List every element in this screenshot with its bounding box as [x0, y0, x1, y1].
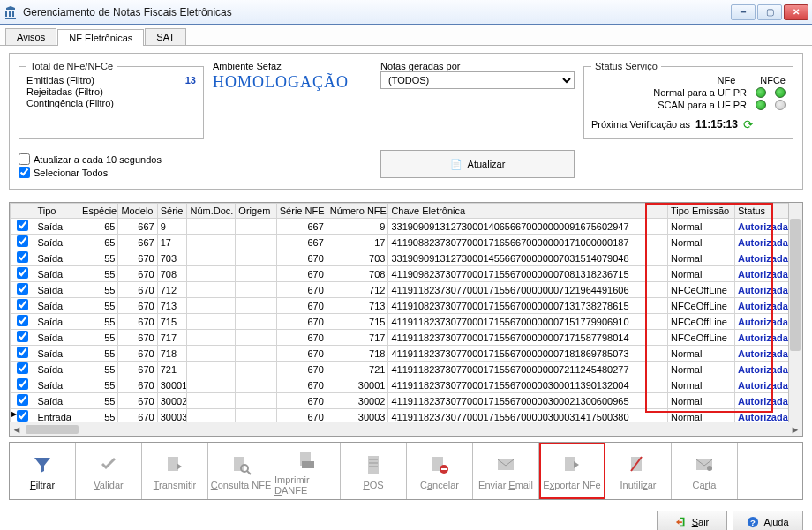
sair-button[interactable]: Sair: [657, 511, 727, 530]
refresh-button[interactable]: 📄 Atualizar: [380, 150, 575, 178]
tool-validar[interactable]: Validar: [76, 443, 142, 499]
row-checkbox[interactable]: [17, 299, 28, 310]
status-legend: Status Serviço: [591, 61, 661, 71]
tab-nf-eletrônicas[interactable]: NF Eletrônicas: [57, 29, 144, 46]
ambiente-label: Ambiente Sefaz: [213, 61, 372, 71]
status-dot-nfce: [775, 87, 786, 98]
close-button[interactable]: ✕: [784, 4, 808, 20]
refresh-icon[interactable]: ⟳: [743, 117, 754, 131]
print-icon: [297, 447, 318, 472]
table-row[interactable]: Saída55670715670715411911823730770001715…: [11, 314, 802, 330]
table-row[interactable]: Saída55670717670717411911823730770001715…: [11, 330, 802, 346]
row-checkbox[interactable]: [17, 331, 28, 342]
tool-label: Cancelar: [420, 480, 459, 490]
auto-refresh-checkbox[interactable]: Atualizar a cada 10 segundos: [19, 153, 372, 165]
table-row[interactable]: Saída55670718670718411911823730770001715…: [11, 346, 802, 362]
col-header[interactable]: Chave Eletrônica: [388, 204, 668, 219]
notas-por-region: Notas geradas por (TODOS): [380, 61, 575, 139]
row-checkbox[interactable]: [17, 235, 28, 247]
horizontal-scrollbar[interactable]: ◄►: [9, 422, 803, 437]
col-header[interactable]: [11, 204, 34, 219]
tool-label: Validar: [94, 480, 123, 490]
table-row[interactable]: Saída65667176671741190882373077000171656…: [11, 235, 802, 250]
maximize-button[interactable]: ▢: [757, 4, 782, 20]
row-checkbox[interactable]: [17, 378, 28, 390]
export-icon: [561, 452, 583, 477]
app-icon: [4, 5, 18, 19]
tool-cancelar[interactable]: Cancelar: [407, 443, 473, 499]
send-icon: [164, 452, 185, 477]
nfe-grid[interactable]: TipoEspécieModeloSérieNúm.Doc.OrigemSéri…: [10, 203, 802, 422]
table-row[interactable]: Saída55670300016703000141191182373077000…: [11, 377, 802, 393]
tool-carta[interactable]: Carta: [672, 443, 738, 499]
document-refresh-icon: 📄: [450, 159, 462, 170]
select-all-checkbox[interactable]: Selecionar Todos: [19, 167, 372, 178]
status-col-nfe: NFe: [717, 75, 735, 86]
table-row[interactable]: Saída55670703670703331909091312730001455…: [11, 250, 802, 266]
svg-line-3: [247, 471, 251, 474]
table-row[interactable]: Saída55670708670708411909823730770001715…: [11, 266, 802, 282]
filter-icon: [32, 452, 53, 477]
row-checkbox[interactable]: [17, 347, 28, 358]
receipt-icon: [363, 452, 384, 477]
table-row[interactable]: Saída55670713670713411910823730770001715…: [11, 298, 802, 314]
svg-rect-1: [234, 457, 244, 471]
tool-exportar[interactable]: Exportar NFe: [539, 443, 605, 499]
sair-rest: air: [698, 517, 709, 527]
tool-transmitir[interactable]: Transmitir: [142, 443, 208, 499]
tool-filtrar[interactable]: Filtrar: [10, 443, 76, 499]
row-checkbox[interactable]: [17, 267, 28, 279]
tool-label: Exportar NFe: [543, 480, 600, 490]
table-row[interactable]: Saída55670712670712411911823730770001715…: [11, 282, 802, 298]
vertical-scrollbar[interactable]: [788, 203, 802, 422]
tool-email[interactable]: Enviar Email: [473, 443, 539, 499]
col-header[interactable]: Espécie: [79, 204, 118, 219]
tool-consulta[interactable]: Consulta NFE: [208, 443, 274, 499]
status-dot-nfce: [775, 100, 786, 110]
col-header[interactable]: Tipo: [34, 204, 79, 219]
ajuda-button[interactable]: ? Ajuda: [733, 511, 803, 530]
tool-label: Transmitir: [154, 480, 196, 490]
row-checkbox[interactable]: [17, 220, 28, 231]
svg-rect-5: [302, 461, 314, 468]
table-row[interactable]: Saída55670721670721411911823730770001715…: [11, 362, 802, 377]
letter-icon: [694, 452, 715, 477]
col-header[interactable]: Número NFE: [327, 204, 388, 219]
col-header[interactable]: Núm.Doc.: [187, 204, 236, 219]
notas-por-select[interactable]: (TODOS): [380, 71, 575, 89]
tab-bar: AvisosNF EletrônicasSAT: [0, 25, 812, 46]
table-row[interactable]: Saída55670300026703000241191182373077000…: [11, 393, 802, 409]
col-header[interactable]: Origem: [236, 204, 276, 219]
totals-legend: Total de NFe/NFCe: [26, 61, 117, 71]
proxima-label: Próxima Verificação as: [591, 119, 690, 130]
proxima-time: 11:15:13: [695, 118, 738, 131]
tool-danfe[interactable]: Imprimir DANFE: [274, 443, 341, 499]
status-row-label: Normal para a UF PR: [653, 87, 747, 98]
col-header[interactable]: Série: [157, 204, 187, 219]
tab-sat[interactable]: SAT: [145, 28, 186, 45]
search-icon: [230, 452, 252, 477]
status-col-nfce: NFCe: [760, 75, 786, 86]
row-checkbox[interactable]: [17, 283, 28, 295]
row-checkbox[interactable]: [17, 362, 28, 374]
minimize-button[interactable]: ━: [731, 4, 756, 20]
table-row[interactable]: Saída65667966793319090913127300014065667…: [11, 219, 802, 235]
row-checkbox[interactable]: [17, 394, 28, 406]
totals-label: Emitidas (Filtro): [26, 75, 149, 86]
action-toolbar: FiltrarValidarTransmitirConsulta NFEImpr…: [9, 442, 803, 500]
grid-region: TipoEspécieModeloSérieNúm.Doc.OrigemSéri…: [9, 202, 803, 422]
tool-inutilizar[interactable]: Inutilizar: [605, 443, 672, 499]
tool-pos[interactable]: POS: [341, 443, 407, 499]
col-header[interactable]: Modelo: [118, 204, 157, 219]
cancel-icon: [429, 452, 450, 477]
check-icon: [98, 452, 119, 477]
row-checkbox[interactable]: [17, 410, 28, 422]
col-header[interactable]: Tipo Emissão: [667, 204, 734, 219]
status-dot-nfe: [756, 100, 766, 110]
tab-avisos[interactable]: Avisos: [5, 28, 56, 45]
row-checkbox[interactable]: [17, 315, 28, 326]
row-checkbox[interactable]: [17, 251, 28, 263]
table-row[interactable]: ▶Entrada55670300036703000341191182373077…: [11, 409, 802, 423]
svg-text:?: ?: [750, 518, 756, 527]
col-header[interactable]: Série NFE: [276, 204, 327, 219]
